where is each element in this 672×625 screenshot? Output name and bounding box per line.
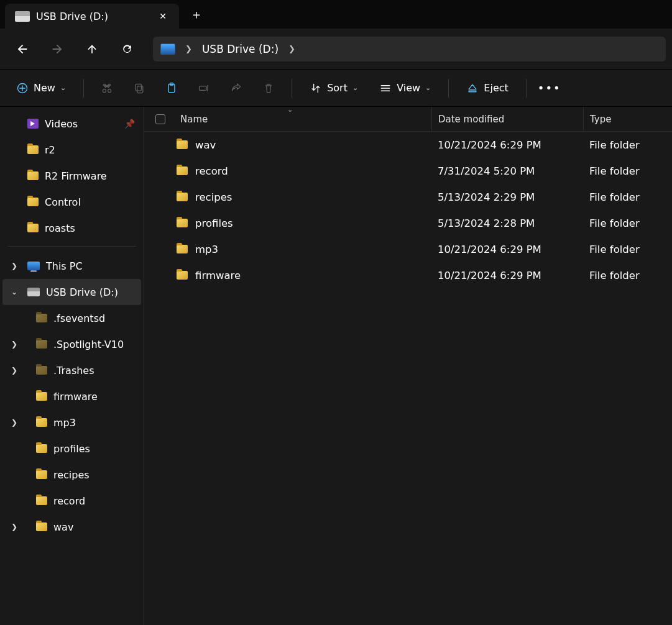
- sidebar-item[interactable]: Control: [0, 189, 144, 215]
- file-date: 10/21/2024 6:29 PM: [431, 139, 583, 151]
- select-all-checkbox[interactable]: [144, 114, 177, 124]
- sidebar-item[interactable]: recipes: [0, 462, 144, 488]
- rename-button[interactable]: [190, 75, 218, 101]
- breadcrumb-path[interactable]: USB Drive (D:): [202, 43, 278, 55]
- file-type: File folder: [583, 244, 672, 255]
- sidebar-item-label: Control: [45, 196, 81, 208]
- sidebar-item[interactable]: profiles: [0, 436, 144, 462]
- drive-icon: [15, 11, 30, 22]
- sidebar-item[interactable]: record: [0, 488, 144, 514]
- sidebar: Videos📌r2R2 FirmwareControlroasts❯This P…: [0, 107, 144, 625]
- sidebar-item-label: record: [53, 495, 85, 507]
- file-row[interactable]: recipes5/13/2024 2:29 PMFile folder: [144, 184, 672, 210]
- folder-icon: [27, 198, 39, 206]
- sidebar-item-usb-drive[interactable]: ⌄USB Drive (D:): [2, 279, 141, 305]
- share-button[interactable]: [222, 75, 251, 101]
- sidebar-item-label: firmware: [53, 391, 98, 403]
- sidebar-item[interactable]: ❯mp3: [0, 409, 144, 436]
- sidebar-item-label: recipes: [53, 469, 90, 481]
- divider: [83, 79, 84, 98]
- folder-icon: [36, 444, 47, 453]
- file-date: 5/13/2024 2:29 PM: [431, 191, 583, 203]
- copy-button[interactable]: [125, 75, 154, 101]
- refresh-button[interactable]: [111, 35, 143, 63]
- new-button[interactable]: New ⌄: [7, 75, 75, 101]
- sort-label: Sort: [327, 82, 348, 94]
- sort-button[interactable]: Sort ⌄: [301, 75, 367, 101]
- col-name-header[interactable]: Name: [177, 114, 431, 125]
- folder-icon: [177, 219, 188, 227]
- file-row[interactable]: mp310/21/2024 6:29 PMFile folder: [144, 236, 672, 262]
- address-bar[interactable]: ❯ USB Drive (D:) ❯: [153, 37, 666, 62]
- sidebar-item-this-pc[interactable]: ❯This PC: [0, 253, 144, 279]
- tab-usb-drive[interactable]: USB Drive (D:) ✕: [5, 4, 179, 29]
- video-icon: [27, 119, 39, 129]
- more-button[interactable]: •••: [535, 75, 564, 101]
- delete-button[interactable]: [254, 75, 283, 101]
- chevron-right-icon[interactable]: ❯: [11, 340, 17, 349]
- file-type: File folder: [583, 139, 672, 151]
- divider: [526, 79, 527, 98]
- folder-icon: [36, 340, 47, 349]
- sidebar-item[interactable]: roasts: [0, 215, 144, 241]
- col-type-header[interactable]: Type: [583, 107, 672, 131]
- folder-icon: [36, 470, 47, 479]
- back-button[interactable]: [6, 35, 39, 63]
- sidebar-item[interactable]: ❯wav: [0, 514, 144, 540]
- chevron-right-icon[interactable]: ❯: [11, 262, 17, 270]
- sidebar-item[interactable]: ❯.Trashes: [0, 357, 144, 383]
- chevron-right-icon[interactable]: ❯: [282, 44, 301, 53]
- sidebar-item[interactable]: .fseventsd: [0, 305, 144, 331]
- folder-icon: [36, 314, 47, 322]
- sidebar-item-label: roasts: [45, 222, 75, 234]
- cut-button[interactable]: [93, 75, 121, 101]
- sidebar-item[interactable]: r2: [0, 137, 144, 163]
- sidebar-item-label: Videos: [45, 118, 78, 130]
- drive-icon: [27, 288, 40, 296]
- sidebar-item[interactable]: R2 Firmware: [0, 163, 144, 189]
- pc-icon: [27, 262, 40, 270]
- sidebar-item-label: This PC: [46, 260, 83, 272]
- file-list: Name ⌄ Date modified Type wav10/21/2024 …: [144, 107, 672, 625]
- up-button[interactable]: [76, 35, 108, 63]
- sidebar-item[interactable]: ❯.Spotlight-V10: [0, 331, 144, 357]
- chevron-right-icon[interactable]: ❯: [11, 522, 17, 531]
- tab-bar: USB Drive (D:) ✕ ＋: [0, 0, 672, 29]
- view-button[interactable]: View ⌄: [371, 75, 440, 101]
- new-tab-button[interactable]: ＋: [184, 2, 209, 27]
- file-row[interactable]: wav10/21/2024 6:29 PMFile folder: [144, 132, 672, 158]
- chevron-right-icon[interactable]: ❯: [11, 366, 17, 375]
- divider: [7, 246, 136, 247]
- chevron-right-icon[interactable]: ❯: [179, 44, 198, 53]
- folder-icon: [36, 418, 47, 427]
- file-row[interactable]: profiles5/13/2024 2:28 PMFile folder: [144, 210, 672, 236]
- sidebar-item[interactable]: firmware: [0, 383, 144, 409]
- sidebar-item-label: .Trashes: [53, 365, 94, 376]
- folder-icon: [177, 271, 188, 280]
- chevron-down-icon[interactable]: ⌄: [11, 288, 17, 296]
- chevron-down-icon: ⌄: [352, 84, 358, 92]
- file-row[interactable]: firmware10/21/2024 6:29 PMFile folder: [144, 262, 672, 288]
- folder-icon: [177, 140, 188, 149]
- sidebar-item[interactable]: Videos📌: [0, 111, 144, 137]
- file-name: record: [195, 165, 228, 177]
- pin-icon: 📌: [124, 119, 135, 129]
- svg-rect-5: [200, 86, 207, 90]
- file-date: 5/13/2024 2:28 PM: [431, 217, 583, 229]
- close-tab-button[interactable]: ✕: [154, 7, 172, 25]
- file-type: File folder: [583, 191, 672, 203]
- folder-icon: [177, 193, 188, 201]
- paste-button[interactable]: [157, 75, 186, 101]
- forward-button[interactable]: [41, 35, 73, 63]
- sort-indicator-icon: ⌄: [287, 107, 293, 114]
- col-date-header[interactable]: Date modified: [431, 107, 583, 131]
- eject-button[interactable]: Eject: [458, 75, 517, 101]
- folder-icon: [36, 522, 47, 531]
- file-row[interactable]: record7/31/2024 5:20 PMFile folder: [144, 158, 672, 184]
- file-date: 10/21/2024 6:29 PM: [431, 244, 583, 255]
- chevron-right-icon[interactable]: ❯: [11, 418, 17, 427]
- file-type: File folder: [583, 165, 672, 177]
- file-date: 10/21/2024 6:29 PM: [431, 270, 583, 281]
- nav-row: ❯ USB Drive (D:) ❯: [0, 29, 672, 70]
- file-name: firmware: [195, 270, 241, 281]
